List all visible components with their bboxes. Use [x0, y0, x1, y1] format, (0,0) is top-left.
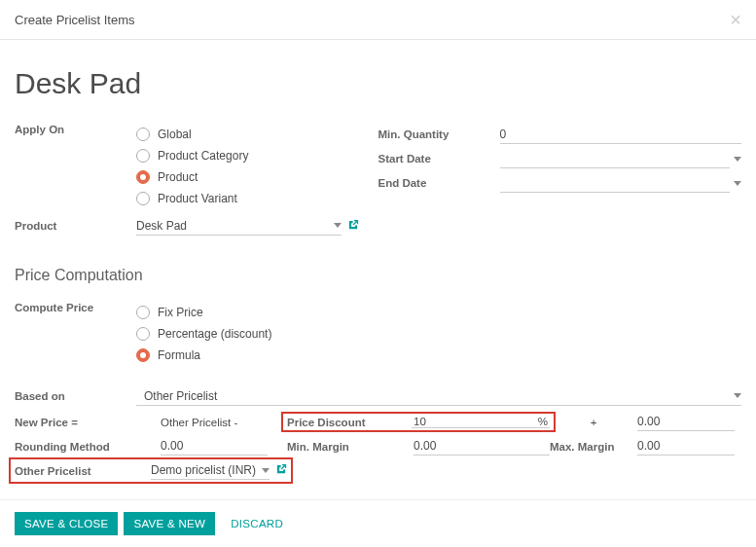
chevron-down-icon [262, 468, 270, 473]
save-close-button[interactable]: SAVE & CLOSE [15, 512, 118, 535]
rounding-input[interactable] [161, 437, 268, 456]
external-link-icon[interactable] [347, 219, 359, 234]
radio-global[interactable]: Global [136, 124, 359, 145]
surcharge-input[interactable] [637, 413, 735, 431]
max-margin-label: Max. Margin [550, 441, 637, 453]
radio-fix-label: Fix Price [158, 306, 203, 319]
radio-global-label: Global [158, 128, 192, 141]
end-date-label: End Date [378, 177, 500, 189]
compute-price-label: Compute Price [15, 302, 136, 313]
radio-percentage[interactable]: Percentage (discount) [136, 323, 741, 345]
chevron-down-icon [734, 393, 741, 398]
plus-sign: + [550, 417, 637, 428]
radio-category[interactable]: Product Category [136, 145, 359, 166]
product-value: Desk Pad [136, 219, 187, 233]
other-pricelist-select[interactable]: Demo pricelist (INR) [151, 461, 270, 480]
max-margin-input[interactable] [637, 437, 735, 456]
apply-on-label: Apply On [15, 124, 136, 135]
min-quantity-label: Min. Quantity [378, 128, 500, 140]
radio-icon [136, 327, 150, 341]
radio-product-label: Product [158, 170, 198, 184]
radio-icon [136, 306, 150, 319]
radio-formula[interactable]: Formula [136, 345, 741, 366]
save-new-button[interactable]: SAVE & NEW [124, 512, 215, 535]
start-date-input[interactable] [500, 150, 731, 168]
end-date-input[interactable] [500, 174, 731, 193]
price-discount-value: 10 [414, 416, 426, 427]
radio-fix-price[interactable]: Fix Price [136, 302, 741, 323]
price-discount-input[interactable]: 10 % [412, 416, 550, 428]
radio-variant-label: Product Variant [158, 192, 237, 205]
radio-icon [136, 149, 150, 163]
price-discount-unit: % [538, 416, 548, 427]
radio-icon [136, 348, 150, 362]
start-date-label: Start Date [378, 153, 500, 164]
section-price-computation: Price Computation [15, 267, 741, 284]
based-on-value: Other Pricelist [136, 389, 217, 403]
external-link-icon[interactable] [275, 463, 287, 478]
chevron-down-icon [334, 223, 342, 228]
based-on-label: Based on [15, 390, 136, 402]
min-quantity-input[interactable] [500, 126, 742, 144]
rounding-label: Rounding Method [15, 441, 161, 453]
radio-icon [136, 192, 150, 205]
product-select[interactable]: Desk Pad [136, 217, 342, 236]
price-discount-label: Price Discount [287, 417, 402, 428]
new-price-value: Other Pricelist - [161, 417, 287, 428]
based-on-select[interactable]: Other Pricelist [136, 387, 741, 406]
discard-button[interactable]: DISCARD [221, 512, 293, 535]
radio-percentage-label: Percentage (discount) [158, 327, 271, 341]
other-pricelist-label: Other Pricelist [15, 465, 151, 477]
page-title: Desk Pad [15, 67, 741, 100]
radio-icon [136, 170, 150, 184]
chevron-down-icon [734, 157, 741, 162]
chevron-down-icon [734, 181, 741, 186]
modal-title: Create Pricelist Items [15, 13, 135, 27]
new-price-label: New Price = [15, 417, 161, 428]
min-margin-label: Min. Margin [287, 441, 414, 453]
radio-product[interactable]: Product [136, 166, 359, 188]
radio-category-label: Product Category [158, 149, 248, 163]
product-label: Product [15, 220, 136, 232]
radio-variant[interactable]: Product Variant [136, 188, 359, 209]
radio-icon [136, 128, 150, 141]
radio-formula-label: Formula [158, 348, 200, 362]
close-icon[interactable]: × [730, 10, 741, 29]
other-pricelist-value: Demo pricelist (INR) [151, 463, 256, 477]
min-margin-input[interactable] [414, 437, 550, 456]
